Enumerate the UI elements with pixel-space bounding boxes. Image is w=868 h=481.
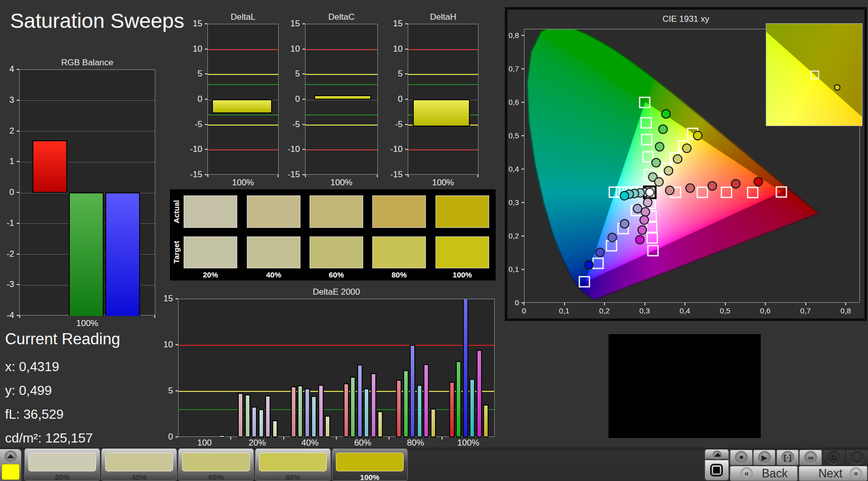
cie-x-tick — [725, 303, 726, 305]
cie-measured-white-point — [645, 188, 654, 196]
media-button-stop[interactable]: ■ — [730, 450, 753, 465]
deltaL-y-tick — [205, 99, 207, 100]
pattern-button-swatch — [105, 453, 173, 471]
cie-y-tick — [522, 269, 524, 270]
pattern-button-80%[interactable]: 80% — [255, 449, 331, 481]
deltae2000-x-label: 40% — [284, 438, 336, 448]
media-button-blank — [846, 450, 868, 465]
rgb-balance-y-label: 1 — [0, 157, 14, 166]
rgb-balance-y-tick — [17, 284, 19, 285]
deltae2000-x-label: 60% — [336, 438, 389, 448]
refresh-icon: ↻ — [828, 451, 840, 464]
reference-line — [408, 74, 478, 75]
cie-y-label: 0 — [493, 298, 519, 307]
cie-target-blue-60pct — [606, 240, 617, 251]
deltaH-y-label: -15 — [372, 170, 403, 179]
reference-line — [179, 345, 494, 346]
cie-measured-cyan-100pct — [620, 191, 629, 200]
cie-x-label: 0,3 — [632, 306, 658, 315]
back-button[interactable]: «Back — [730, 466, 798, 481]
deltae-bar-60%-Magenta — [371, 373, 376, 437]
pattern-button-40%[interactable]: 40% — [101, 449, 177, 481]
deltaL-x-label: 100% — [207, 178, 279, 188]
deltae-bar-100%-Blue — [463, 299, 468, 437]
deltaH-chart — [408, 24, 479, 175]
deltae2000-y-label: 15 — [143, 294, 173, 303]
deltae-bar-40%-Cyan — [311, 396, 317, 437]
pattern-color-panel[interactable] — [0, 449, 21, 481]
deltaL-y-label: 5 — [172, 69, 202, 78]
next-chevrons-icon: » — [850, 467, 862, 479]
cie-measured-green-60pct — [655, 142, 664, 151]
cie-x-label: 0 — [511, 306, 537, 315]
pattern-button-100%[interactable]: 100% — [332, 449, 408, 481]
cie-inset-zoom — [766, 23, 862, 126]
next-button[interactable]: Next» — [799, 466, 867, 481]
rgb-balance-y-label: 0 — [0, 188, 14, 196]
rgb-balance-y-label: -1 — [0, 219, 14, 227]
deltae-bar-80%-Green — [403, 370, 409, 437]
media-button-play[interactable]: ▶ — [753, 450, 776, 465]
deltae-bar-80%-Magenta — [423, 364, 429, 437]
pattern-button-label: 20% — [25, 473, 100, 481]
deltae-bar-60%-Blue — [357, 365, 363, 437]
rgb-balance-title: RGB Balance — [0, 58, 176, 68]
deltaL-y-tick — [205, 124, 207, 125]
actual-swatch-60% — [310, 195, 363, 228]
rgb-balance-y-tick — [17, 100, 19, 101]
cie-measured-magenta-80pct — [638, 226, 646, 234]
deltae-bar-60%-Cyan — [364, 388, 369, 437]
deltae2000-x-label: 20% — [231, 438, 283, 448]
cie-x-tick — [524, 303, 525, 305]
deltae-bar-100%-Red — [449, 382, 455, 437]
media-button-bracket-dot[interactable]: [·] — [776, 450, 799, 465]
cie-y-label: 0,8 — [493, 31, 519, 39]
pattern-button-label: 100% — [332, 473, 407, 481]
cie-target-green-60pct — [641, 135, 652, 145]
pattern-button-20%[interactable]: 20% — [24, 449, 100, 481]
deltaH-y-tick — [405, 99, 408, 100]
deltaH-y-tick — [405, 124, 408, 125]
back-button-label: Back — [762, 467, 788, 480]
cie-measured-magenta-40pct — [641, 208, 649, 216]
reference-line — [306, 149, 377, 150]
page-title: Saturation Sweeps — [10, 9, 184, 33]
reference-line — [408, 84, 478, 85]
cie-measured-yellow-60pct — [673, 155, 682, 164]
current-reading-title: Current Reading — [5, 330, 120, 348]
pattern-button-60%[interactable]: 60% — [178, 449, 254, 481]
pattern-window-arrow-button[interactable] — [705, 449, 729, 459]
current-reading-value: fL: 36,529 — [5, 407, 120, 422]
deltae2000-y-tick — [176, 298, 178, 299]
deltaC-y-label: -5 — [270, 120, 300, 129]
deltaH-y-label: 5 — [372, 69, 403, 78]
cie-measured-yellow-40pct — [664, 167, 673, 175]
deltae-bar-100%-Yellow — [483, 405, 489, 437]
reference-line — [208, 149, 278, 150]
rgb-balance-y-label: 2 — [0, 127, 14, 135]
deltae-bar-80%-Yellow — [430, 409, 436, 437]
cie-measured-red-100pct — [754, 177, 763, 186]
deltae-bar-20%-Magenta — [265, 395, 271, 437]
current-pattern-swatch — [2, 464, 20, 480]
pattern-window-button[interactable] — [705, 460, 729, 480]
deltaL-y-label: -15 — [172, 170, 202, 179]
deltae2000-y-label: 5 — [143, 386, 173, 395]
deltaH-title: DeltaH — [387, 12, 499, 22]
cie-measured-green-80pct — [659, 125, 667, 134]
reference-line — [306, 125, 377, 126]
deltaH-x-tick — [408, 175, 409, 177]
deltaL-chart — [207, 24, 279, 175]
media-button-refresh: ↻ — [822, 450, 845, 465]
cie-y-tick — [522, 135, 524, 136]
deltaL-bar — [212, 99, 272, 113]
swatch-column-label: 60% — [310, 270, 363, 279]
cie-target-magenta-100pct — [648, 246, 658, 256]
collapse-arrow-button[interactable] — [5, 451, 17, 463]
media-button-infinity[interactable]: ∞ — [799, 450, 822, 465]
rgb-balance-y-label: 3 — [0, 96, 14, 104]
cie-target-green-100pct — [640, 97, 650, 107]
cie-target-red-100pct — [776, 187, 787, 197]
pattern-button-label: 60% — [179, 473, 253, 481]
stop-icon: ■ — [735, 451, 748, 464]
